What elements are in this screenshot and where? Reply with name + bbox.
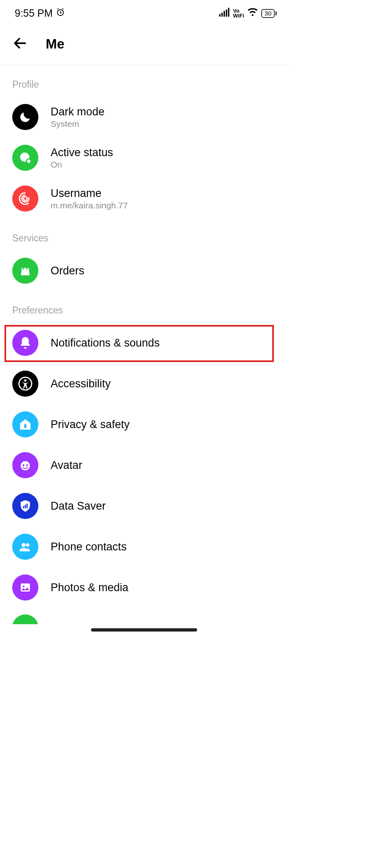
chat-status-icon bbox=[12, 145, 38, 171]
svg-point-19 bbox=[26, 543, 29, 547]
svg-rect-17 bbox=[27, 504, 28, 508]
settings-content: Profile Dark mode System Active status O… bbox=[0, 65, 288, 624]
page-title: Me bbox=[46, 36, 64, 52]
phone-screen: 9:55 PM Vo WiFi 30 Me bbox=[0, 0, 288, 868]
accessibility-icon bbox=[12, 371, 38, 397]
row-dark-mode[interactable]: Dark mode System bbox=[0, 97, 288, 137]
notifications-label: Notifications & sounds bbox=[51, 337, 160, 349]
status-time: 9:55 PM bbox=[15, 7, 53, 19]
phone-contacts-label: Phone contacts bbox=[51, 541, 127, 553]
svg-point-18 bbox=[22, 543, 26, 547]
row-avatar[interactable]: Avatar bbox=[0, 445, 288, 486]
row-active-status[interactable]: Active status On bbox=[0, 137, 288, 178]
partial-icon bbox=[12, 614, 38, 624]
active-status-sub: On bbox=[51, 160, 113, 170]
svg-rect-4 bbox=[228, 8, 229, 17]
wifi-icon bbox=[247, 7, 258, 19]
row-notifications[interactable]: Notifications & sounds bbox=[0, 322, 288, 363]
section-services: Services bbox=[0, 219, 288, 250]
vowifi-indicator: Vo WiFi bbox=[233, 9, 244, 18]
header: Me bbox=[0, 23, 288, 65]
orders-label: Orders bbox=[51, 265, 84, 277]
svg-rect-15 bbox=[23, 506, 24, 508]
row-username[interactable]: Username m.me/kaira.singh.77 bbox=[0, 178, 288, 219]
username-sub: m.me/kaira.singh.77 bbox=[51, 201, 128, 210]
privacy-label: Privacy & safety bbox=[51, 418, 130, 431]
row-phone-contacts[interactable]: Phone contacts bbox=[0, 526, 288, 567]
status-left: 9:55 PM bbox=[15, 7, 65, 19]
svg-point-12 bbox=[21, 461, 30, 470]
svg-point-9 bbox=[24, 379, 27, 382]
svg-rect-10 bbox=[24, 425, 27, 428]
svg-rect-1 bbox=[221, 13, 222, 17]
at-icon bbox=[12, 186, 38, 212]
battery-indicator: 30 bbox=[261, 9, 277, 18]
status-bar: 9:55 PM Vo WiFi 30 bbox=[0, 0, 288, 23]
nav-indicator bbox=[91, 628, 197, 632]
photos-media-label: Photos & media bbox=[51, 581, 129, 594]
photo-icon bbox=[12, 574, 38, 601]
alarm-icon bbox=[56, 7, 65, 19]
svg-point-11 bbox=[24, 424, 26, 425]
avatar-label: Avatar bbox=[51, 459, 82, 472]
dark-mode-label: Dark mode bbox=[51, 106, 104, 118]
shield-icon bbox=[12, 493, 38, 519]
signal-icon bbox=[219, 7, 230, 19]
svg-rect-16 bbox=[25, 505, 26, 508]
lock-house-icon bbox=[12, 411, 38, 437]
bag-icon bbox=[12, 258, 38, 284]
row-privacy[interactable]: Privacy & safety bbox=[0, 404, 288, 445]
row-data-saver[interactable]: Data Saver bbox=[0, 486, 288, 526]
row-photos-media[interactable]: Photos & media bbox=[0, 567, 288, 608]
row-accessibility[interactable]: Accessibility bbox=[0, 363, 288, 404]
section-profile: Profile bbox=[0, 65, 288, 97]
username-label: Username bbox=[51, 187, 128, 200]
row-orders[interactable]: Orders bbox=[0, 250, 288, 291]
row-partial-next[interactable] bbox=[0, 608, 288, 624]
right-margin bbox=[288, 0, 391, 868]
svg-point-21 bbox=[23, 585, 24, 587]
svg-rect-0 bbox=[219, 14, 220, 17]
svg-point-14 bbox=[26, 464, 28, 466]
svg-point-13 bbox=[23, 464, 24, 466]
avatar-icon bbox=[12, 452, 38, 478]
svg-point-6 bbox=[27, 159, 31, 163]
moon-icon bbox=[12, 104, 38, 130]
dark-mode-sub: System bbox=[51, 119, 104, 129]
section-preferences: Preferences bbox=[0, 291, 288, 322]
active-status-label: Active status bbox=[51, 146, 113, 159]
status-right: Vo WiFi 30 bbox=[219, 7, 277, 19]
data-saver-label: Data Saver bbox=[51, 500, 106, 512]
svg-rect-2 bbox=[224, 11, 225, 17]
accessibility-label: Accessibility bbox=[51, 378, 111, 390]
bell-icon bbox=[12, 330, 38, 356]
svg-rect-3 bbox=[226, 10, 227, 17]
contacts-icon bbox=[12, 534, 38, 560]
back-button[interactable] bbox=[12, 35, 28, 53]
svg-point-7 bbox=[23, 197, 27, 200]
